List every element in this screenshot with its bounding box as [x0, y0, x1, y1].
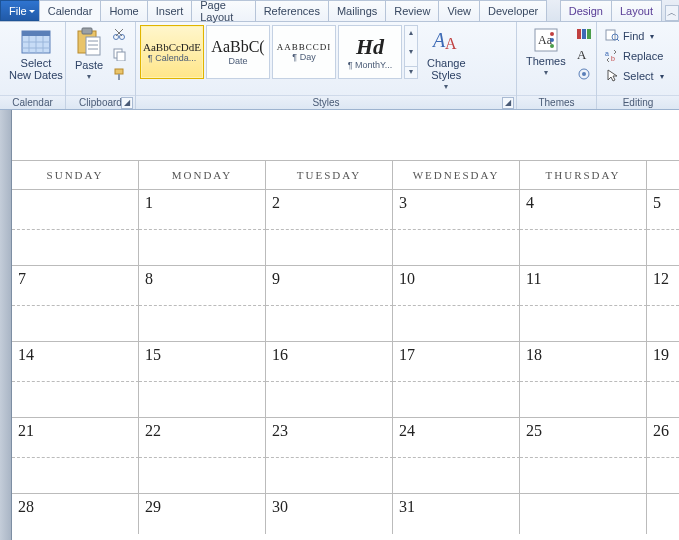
clipboard-launcher[interactable]: ◢	[121, 97, 133, 109]
chevron-down-icon: ▾	[87, 71, 91, 83]
calendar-cell[interactable]: 26	[647, 418, 679, 458]
theme-effects-button[interactable]	[575, 65, 593, 83]
calendar-cell[interactable]: 19	[647, 342, 679, 382]
style-date[interactable]: AaBbC( Date	[206, 25, 270, 79]
calendar-table[interactable]: SUNDAY MONDAY TUESDAY WEDNESDAY THURSDAY…	[12, 160, 679, 534]
themes-icon: Aa	[533, 27, 559, 55]
calendar-cell[interactable]: 10	[393, 266, 520, 306]
tab-review[interactable]: Review	[385, 0, 439, 21]
header-sunday: SUNDAY	[12, 161, 139, 190]
copy-button[interactable]	[110, 45, 128, 63]
calendar-cell[interactable]: 3	[393, 190, 520, 230]
calendar-cell[interactable]: 8	[139, 266, 266, 306]
tab-developer[interactable]: Developer	[479, 0, 547, 21]
format-painter-button[interactable]	[110, 65, 128, 83]
tab-insert[interactable]: Insert	[147, 0, 193, 21]
calendar-cell[interactable]: 1	[139, 190, 266, 230]
styles-gallery[interactable]: AaBbCcDdE ¶ Calenda... AaBbC( Date AABBC…	[140, 25, 418, 79]
svg-text:A: A	[432, 29, 446, 51]
calendar-cell[interactable]: 22	[139, 418, 266, 458]
style-calendar[interactable]: AaBbCcDdE ¶ Calenda...	[140, 25, 204, 79]
header-tuesday: TUESDAY	[266, 161, 393, 190]
header-friday-partial	[647, 161, 679, 190]
svg-line-36	[617, 39, 619, 41]
cut-button[interactable]	[110, 25, 128, 43]
svg-rect-20	[118, 74, 120, 80]
calendar-cell[interactable]: 31	[393, 494, 520, 534]
svg-point-33	[582, 72, 586, 76]
calendar-cell[interactable]	[12, 190, 139, 230]
calendar-cell[interactable]: 5	[647, 190, 679, 230]
calendar-cell[interactable]: 30	[266, 494, 393, 534]
svg-rect-34	[606, 30, 615, 40]
calendar-cell[interactable]: 21	[12, 418, 139, 458]
calendar-cell[interactable]: 7	[12, 266, 139, 306]
svg-rect-1	[22, 31, 50, 36]
svg-point-26	[550, 38, 554, 42]
tab-calendar[interactable]: Calendar	[39, 0, 102, 21]
calendar-cell[interactable]: 4	[520, 190, 647, 230]
scroll-down-icon[interactable]: ▾	[409, 47, 413, 56]
svg-rect-9	[86, 37, 100, 55]
calendar-row-spacer	[12, 306, 679, 342]
scroll-up-icon[interactable]: ▴	[409, 28, 413, 37]
change-styles-icon: AA	[432, 27, 460, 57]
svg-text:A: A	[577, 47, 587, 61]
tab-design[interactable]: Design	[560, 0, 612, 21]
styles-launcher[interactable]: ◢	[502, 97, 514, 109]
group-themes-label: Themes	[517, 95, 596, 109]
paste-label: Paste	[75, 59, 103, 71]
calendar-cell[interactable]: 9	[266, 266, 393, 306]
svg-rect-19	[115, 69, 123, 74]
calendar-cell[interactable]	[647, 494, 679, 534]
tab-home[interactable]: Home	[100, 0, 147, 21]
themes-button[interactable]: Aa Themes ▾	[521, 25, 571, 81]
tab-file[interactable]: File	[0, 0, 40, 21]
style-day[interactable]: AABBCCDI ¶ Day	[272, 25, 336, 79]
calendar-cell[interactable]: 25	[520, 418, 647, 458]
tab-view[interactable]: View	[438, 0, 480, 21]
calendar-cell[interactable]: 28	[12, 494, 139, 534]
chevron-down-icon: ▾	[444, 81, 448, 93]
calendar-cell[interactable]: 17	[393, 342, 520, 382]
svg-point-13	[114, 35, 119, 40]
paste-icon	[75, 27, 103, 59]
tab-layout[interactable]: Layout	[611, 0, 662, 21]
svg-rect-8	[82, 28, 92, 34]
calendar-row: 789101112	[12, 266, 679, 306]
svg-rect-18	[117, 52, 125, 61]
paste-button[interactable]: Paste ▾	[70, 25, 108, 85]
calendar-cell[interactable]: 11	[520, 266, 647, 306]
calendar-cell[interactable]: 18	[520, 342, 647, 382]
calendar-cell[interactable]: 23	[266, 418, 393, 458]
theme-fonts-button[interactable]: A	[575, 45, 593, 63]
tab-references[interactable]: References	[255, 0, 329, 21]
scroll-more-icon[interactable]: ▾	[405, 66, 417, 76]
select-button[interactable]: Select ▾	[601, 66, 668, 86]
theme-colors-button[interactable]	[575, 25, 593, 43]
group-themes: Aa Themes ▾ A Themes	[517, 22, 597, 109]
style-monthyear[interactable]: Hd ¶ MonthY...	[338, 25, 402, 79]
calendar-cell[interactable]: 15	[139, 342, 266, 382]
calendar-cell[interactable]: 16	[266, 342, 393, 382]
ribbon-collapse-button[interactable]: ︿	[665, 5, 679, 21]
tab-page-layout[interactable]: Page Layout	[191, 0, 255, 21]
select-new-dates-button[interactable]: Select New Dates	[4, 25, 68, 83]
calendar-cell[interactable]	[520, 494, 647, 534]
tab-mailings[interactable]: Mailings	[328, 0, 386, 21]
change-styles-button[interactable]: AA Change Styles ▾	[422, 25, 471, 95]
change-styles-label: Change Styles	[427, 57, 466, 81]
calendar-cell[interactable]: 12	[647, 266, 679, 306]
page[interactable]: SUNDAY MONDAY TUESDAY WEDNESDAY THURSDAY…	[12, 110, 679, 540]
calendar-cell[interactable]: 24	[393, 418, 520, 458]
calendar-cell[interactable]: 29	[139, 494, 266, 534]
calendar-row: 212223242526	[12, 418, 679, 458]
calendar-cell[interactable]: 14	[12, 342, 139, 382]
find-button[interactable]: Find ▾	[601, 26, 658, 46]
header-monday: MONDAY	[139, 161, 266, 190]
styles-gallery-scroll[interactable]: ▴ ▾ ▾	[404, 25, 418, 79]
calendar-row-spacer	[12, 230, 679, 266]
replace-button[interactable]: ab Replace	[601, 46, 667, 66]
calendar-cell[interactable]: 2	[266, 190, 393, 230]
chevron-down-icon: ▾	[544, 67, 548, 79]
